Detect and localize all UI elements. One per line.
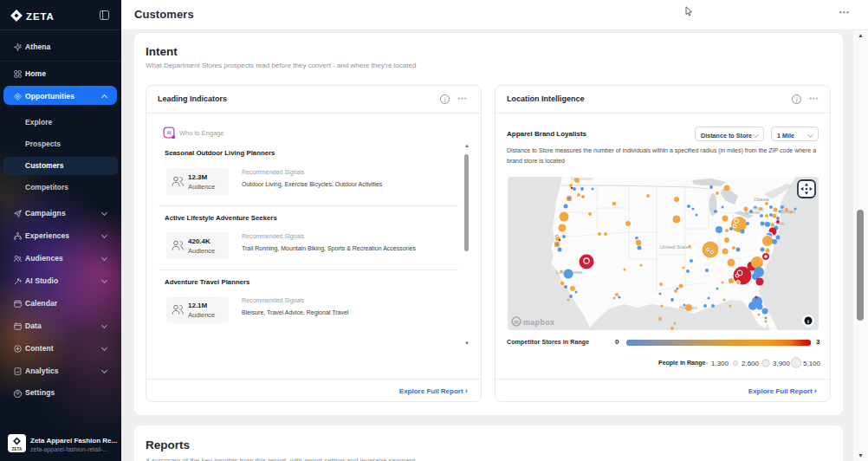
svg-text:mapbox: mapbox: [523, 318, 554, 327]
svg-text:Ottawa: Ottawa: [754, 197, 769, 202]
svg-text:5,100: 5,100: [803, 360, 821, 367]
svg-text:m: m: [514, 319, 519, 325]
svg-text:1,300: 1,300: [711, 360, 729, 367]
svg-text:i: i: [807, 318, 809, 324]
svg-text:2,600: 2,600: [742, 360, 760, 367]
svg-text:Vancouver: Vancouver: [570, 177, 593, 181]
svg-text:AI: AI: [167, 130, 172, 135]
svg-text:3,900: 3,900: [773, 360, 791, 367]
svg-text:ZETA: ZETA: [12, 447, 23, 451]
svg-text:ZETA: ZETA: [26, 11, 55, 22]
svg-text:United States: United States: [660, 244, 691, 250]
